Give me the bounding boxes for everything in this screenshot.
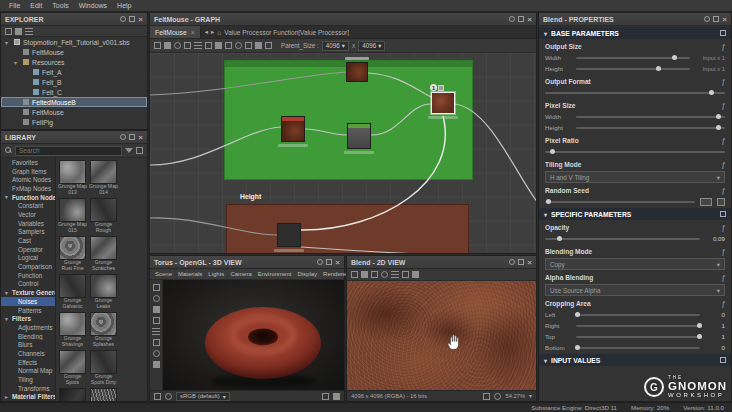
- library-category[interactable]: Variables: [1, 219, 55, 228]
- float-icon[interactable]: [129, 134, 135, 140]
- menu-item[interactable]: Help: [112, 0, 136, 12]
- tiling-mode-select[interactable]: H and V Tiling ▾: [545, 171, 725, 183]
- section-options-icon[interactable]: [720, 30, 726, 36]
- function-icon[interactable]: ƒ: [721, 187, 725, 194]
- cropping-slider[interactable]: [576, 347, 700, 349]
- view3d-footer-icon[interactable]: [322, 393, 329, 400]
- view3d-tool-icon[interactable]: [153, 350, 160, 357]
- view2d-footer-icon[interactable]: [494, 393, 501, 400]
- graph-node[interactable]: [281, 116, 305, 142]
- view2d-toolbar-icon[interactable]: [371, 271, 378, 278]
- function-icon[interactable]: ƒ: [721, 102, 725, 109]
- library-category[interactable]: ▾ Texture Generators: [1, 288, 55, 297]
- tree-item[interactable]: Felt_B: [1, 77, 147, 87]
- graph-toolbar-icon[interactable]: [154, 42, 161, 49]
- library-category[interactable]: ▾ Filters: [1, 314, 55, 323]
- library-category[interactable]: ▾ Function Nodes: [1, 193, 55, 202]
- library-asset[interactable]: Grunge Rust Fine: [58, 236, 87, 272]
- pin-icon[interactable]: [704, 16, 710, 22]
- view3d-menu[interactable]: Lights: [205, 271, 227, 277]
- library-category[interactable]: Cast: [1, 236, 55, 245]
- nav-back-icon[interactable]: ◂: [205, 28, 208, 36]
- tree-item[interactable]: FeltPig: [1, 117, 147, 127]
- library-category[interactable]: Tiling: [1, 375, 55, 384]
- colorspace-select[interactable]: sRGB (default) ▾: [176, 392, 230, 401]
- viewport-3d[interactable]: [163, 280, 344, 390]
- view2d-toolbar-icon[interactable]: [391, 271, 399, 278]
- menu-item[interactable]: Tools: [47, 0, 73, 12]
- library-category[interactable]: Noises: [1, 297, 55, 306]
- graph-canvas[interactable]: Height 1: [150, 53, 536, 253]
- library-category[interactable]: Patterns: [1, 306, 55, 315]
- search-input[interactable]: [15, 146, 122, 156]
- library-category[interactable]: Constant: [1, 201, 55, 210]
- output-size-width-slider[interactable]: [576, 57, 690, 59]
- cropping-slider[interactable]: [576, 325, 700, 327]
- close-icon[interactable]: ×: [138, 16, 143, 23]
- function-icon[interactable]: ƒ: [721, 43, 725, 50]
- tree-item[interactable]: FeltMouse: [1, 107, 147, 117]
- blending-mode-select[interactable]: Copy ▾: [545, 258, 725, 270]
- view3d-menu[interactable]: Camera: [227, 271, 254, 277]
- cropping-slider[interactable]: [576, 314, 700, 316]
- close-icon[interactable]: ×: [527, 16, 532, 23]
- random-seed-reset-button[interactable]: [717, 198, 725, 206]
- library-category[interactable]: Control: [1, 280, 55, 289]
- function-icon[interactable]: ƒ: [721, 78, 725, 85]
- package-root-item[interactable]: ▾ Stopmotion_Felt_Tutorial_v001.sbs: [1, 37, 147, 47]
- texture-view[interactable]: [347, 281, 536, 390]
- graph-node-selected[interactable]: 1: [431, 92, 455, 114]
- gear-icon[interactable]: [720, 357, 726, 363]
- specific-parameters-section[interactable]: ▾ SPECIFIC PARAMETERS: [539, 208, 731, 220]
- pixel-ratio-slider[interactable]: [545, 151, 725, 153]
- function-icon[interactable]: ƒ: [721, 300, 725, 307]
- view3d-tool-icon[interactable]: [152, 328, 160, 335]
- graph-toolbar-icon[interactable]: [194, 42, 202, 49]
- view3d-tool-icon[interactable]: [153, 295, 160, 302]
- tree-item[interactable]: Felt_C: [1, 87, 147, 97]
- library-asset[interactable]: Grunge Rough: [89, 198, 118, 234]
- pin-icon[interactable]: [317, 259, 323, 265]
- function-icon[interactable]: ƒ: [721, 137, 725, 144]
- tree-item[interactable]: FeltedMouseB: [1, 97, 147, 107]
- library-category[interactable]: Logical: [1, 254, 55, 263]
- output-format-slider[interactable]: [545, 92, 725, 94]
- library-category[interactable]: Atomic Nodes: [1, 175, 55, 184]
- close-icon[interactable]: ×: [138, 134, 143, 141]
- tree-item[interactable]: FeltMouse: [1, 47, 147, 57]
- menu-item[interactable]: Windows: [74, 0, 112, 12]
- parent-width-select[interactable]: 4096 ▾: [322, 41, 349, 51]
- view3d-menu[interactable]: Environment: [255, 271, 295, 277]
- graph-toolbar-icon[interactable]: [255, 42, 262, 49]
- float-icon[interactable]: [326, 259, 332, 265]
- close-icon[interactable]: ×: [335, 259, 340, 266]
- graph-node[interactable]: [347, 123, 371, 149]
- float-icon[interactable]: [518, 259, 524, 265]
- output-size-height-slider[interactable]: [576, 68, 690, 70]
- graph-toolbar-icon[interactable]: [245, 42, 252, 49]
- view3d-tool-icon[interactable]: [153, 361, 160, 368]
- pin-icon[interactable]: [509, 16, 515, 22]
- library-category[interactable]: Favorites: [1, 158, 55, 167]
- graph-toolbar-icon[interactable]: [265, 42, 272, 49]
- library-category[interactable]: Blending: [1, 332, 55, 341]
- view3d-tool-icon[interactable]: [153, 317, 160, 324]
- opacity-slider[interactable]: [545, 238, 700, 240]
- view2d-toolbar-icon[interactable]: [402, 271, 409, 278]
- view3d-menu[interactable]: Display: [294, 271, 320, 277]
- library-category[interactable]: Effects: [1, 358, 55, 367]
- float-icon[interactable]: [129, 16, 135, 22]
- library-asset[interactable]: Grunge Leaks: [89, 274, 118, 310]
- graph-toolbar-icon[interactable]: [215, 42, 222, 49]
- home-icon[interactable]: ⌂: [217, 29, 221, 36]
- view3d-tool-icon[interactable]: [153, 284, 160, 291]
- graph-toolbar-icon[interactable]: [225, 42, 232, 49]
- view3d-tool-icon[interactable]: [153, 339, 160, 346]
- section-options-icon[interactable]: [720, 211, 726, 217]
- function-icon[interactable]: ƒ: [721, 274, 725, 281]
- close-icon[interactable]: ×: [527, 259, 532, 266]
- library-category[interactable]: Blurs: [1, 340, 55, 349]
- view3d-menu[interactable]: Scene: [152, 271, 175, 277]
- pixel-size-width-slider[interactable]: [576, 116, 725, 118]
- function-icon[interactable]: ƒ: [721, 224, 725, 231]
